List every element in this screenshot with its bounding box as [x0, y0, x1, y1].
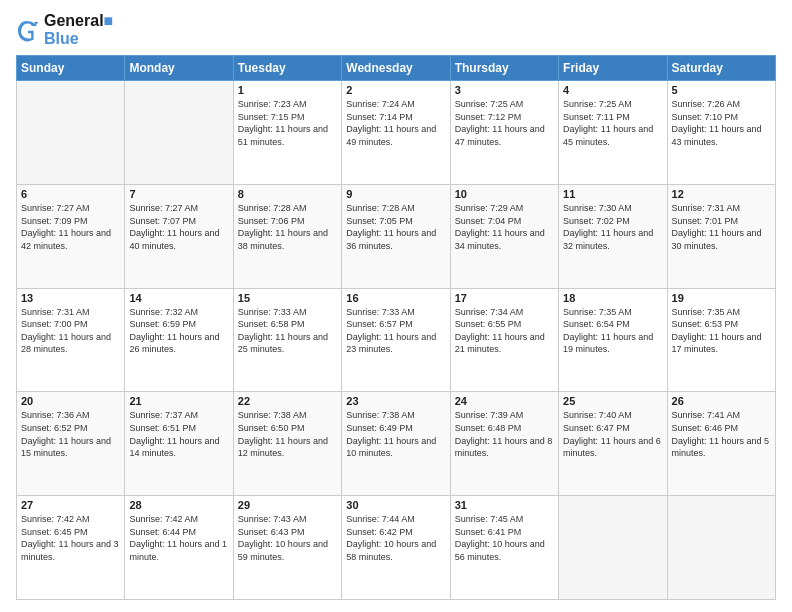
day-info: Sunrise: 7:25 AM Sunset: 7:12 PM Dayligh… [455, 98, 554, 148]
logo: General■ Blue [16, 12, 113, 47]
day-info: Sunrise: 7:32 AM Sunset: 6:59 PM Dayligh… [129, 306, 228, 356]
day-info: Sunrise: 7:43 AM Sunset: 6:43 PM Dayligh… [238, 513, 337, 563]
weekday-header-tuesday: Tuesday [233, 56, 341, 81]
calendar-body: 1Sunrise: 7:23 AM Sunset: 7:15 PM Daylig… [17, 81, 776, 600]
calendar-cell: 30Sunrise: 7:44 AM Sunset: 6:42 PM Dayli… [342, 496, 450, 600]
day-number: 1 [238, 84, 337, 96]
day-info: Sunrise: 7:38 AM Sunset: 6:50 PM Dayligh… [238, 409, 337, 459]
week-row-4: 27Sunrise: 7:42 AM Sunset: 6:45 PM Dayli… [17, 496, 776, 600]
calendar-cell: 15Sunrise: 7:33 AM Sunset: 6:58 PM Dayli… [233, 288, 341, 392]
day-number: 29 [238, 499, 337, 511]
day-number: 24 [455, 395, 554, 407]
day-number: 7 [129, 188, 228, 200]
day-number: 26 [672, 395, 771, 407]
calendar-cell: 25Sunrise: 7:40 AM Sunset: 6:47 PM Dayli… [559, 392, 667, 496]
day-number: 19 [672, 292, 771, 304]
calendar-cell: 28Sunrise: 7:42 AM Sunset: 6:44 PM Dayli… [125, 496, 233, 600]
day-info: Sunrise: 7:24 AM Sunset: 7:14 PM Dayligh… [346, 98, 445, 148]
calendar-cell [559, 496, 667, 600]
week-row-2: 13Sunrise: 7:31 AM Sunset: 7:00 PM Dayli… [17, 288, 776, 392]
calendar-cell: 18Sunrise: 7:35 AM Sunset: 6:54 PM Dayli… [559, 288, 667, 392]
weekday-header-thursday: Thursday [450, 56, 558, 81]
calendar-cell: 21Sunrise: 7:37 AM Sunset: 6:51 PM Dayli… [125, 392, 233, 496]
calendar-page: General■ Blue SundayMondayTuesdayWednesd… [0, 0, 792, 612]
weekday-header-friday: Friday [559, 56, 667, 81]
day-info: Sunrise: 7:31 AM Sunset: 7:01 PM Dayligh… [672, 202, 771, 252]
day-info: Sunrise: 7:35 AM Sunset: 6:53 PM Dayligh… [672, 306, 771, 356]
weekday-header-sunday: Sunday [17, 56, 125, 81]
day-info: Sunrise: 7:37 AM Sunset: 6:51 PM Dayligh… [129, 409, 228, 459]
day-info: Sunrise: 7:40 AM Sunset: 6:47 PM Dayligh… [563, 409, 662, 459]
day-number: 25 [563, 395, 662, 407]
day-info: Sunrise: 7:33 AM Sunset: 6:58 PM Dayligh… [238, 306, 337, 356]
weekday-header-monday: Monday [125, 56, 233, 81]
day-number: 4 [563, 84, 662, 96]
day-info: Sunrise: 7:42 AM Sunset: 6:45 PM Dayligh… [21, 513, 120, 563]
calendar-cell: 9Sunrise: 7:28 AM Sunset: 7:05 PM Daylig… [342, 184, 450, 288]
calendar-cell: 23Sunrise: 7:38 AM Sunset: 6:49 PM Dayli… [342, 392, 450, 496]
day-info: Sunrise: 7:35 AM Sunset: 6:54 PM Dayligh… [563, 306, 662, 356]
day-info: Sunrise: 7:38 AM Sunset: 6:49 PM Dayligh… [346, 409, 445, 459]
calendar-cell: 1Sunrise: 7:23 AM Sunset: 7:15 PM Daylig… [233, 81, 341, 185]
calendar-cell: 17Sunrise: 7:34 AM Sunset: 6:55 PM Dayli… [450, 288, 558, 392]
day-number: 15 [238, 292, 337, 304]
calendar-cell: 22Sunrise: 7:38 AM Sunset: 6:50 PM Dayli… [233, 392, 341, 496]
day-number: 28 [129, 499, 228, 511]
day-info: Sunrise: 7:26 AM Sunset: 7:10 PM Dayligh… [672, 98, 771, 148]
calendar-cell: 8Sunrise: 7:28 AM Sunset: 7:06 PM Daylig… [233, 184, 341, 288]
day-info: Sunrise: 7:42 AM Sunset: 6:44 PM Dayligh… [129, 513, 228, 563]
day-info: Sunrise: 7:36 AM Sunset: 6:52 PM Dayligh… [21, 409, 120, 459]
day-info: Sunrise: 7:28 AM Sunset: 7:05 PM Dayligh… [346, 202, 445, 252]
day-number: 3 [455, 84, 554, 96]
day-number: 17 [455, 292, 554, 304]
day-number: 23 [346, 395, 445, 407]
calendar-cell: 6Sunrise: 7:27 AM Sunset: 7:09 PM Daylig… [17, 184, 125, 288]
calendar-cell: 13Sunrise: 7:31 AM Sunset: 7:00 PM Dayli… [17, 288, 125, 392]
calendar-cell: 19Sunrise: 7:35 AM Sunset: 6:53 PM Dayli… [667, 288, 775, 392]
day-number: 14 [129, 292, 228, 304]
day-number: 12 [672, 188, 771, 200]
day-number: 31 [455, 499, 554, 511]
week-row-1: 6Sunrise: 7:27 AM Sunset: 7:09 PM Daylig… [17, 184, 776, 288]
weekday-header-saturday: Saturday [667, 56, 775, 81]
day-info: Sunrise: 7:30 AM Sunset: 7:02 PM Dayligh… [563, 202, 662, 252]
calendar-cell: 24Sunrise: 7:39 AM Sunset: 6:48 PM Dayli… [450, 392, 558, 496]
day-number: 13 [21, 292, 120, 304]
day-info: Sunrise: 7:45 AM Sunset: 6:41 PM Dayligh… [455, 513, 554, 563]
day-number: 18 [563, 292, 662, 304]
calendar-cell: 5Sunrise: 7:26 AM Sunset: 7:10 PM Daylig… [667, 81, 775, 185]
calendar-cell: 4Sunrise: 7:25 AM Sunset: 7:11 PM Daylig… [559, 81, 667, 185]
calendar-cell: 11Sunrise: 7:30 AM Sunset: 7:02 PM Dayli… [559, 184, 667, 288]
day-number: 27 [21, 499, 120, 511]
day-info: Sunrise: 7:39 AM Sunset: 6:48 PM Dayligh… [455, 409, 554, 459]
calendar-cell [667, 496, 775, 600]
day-info: Sunrise: 7:34 AM Sunset: 6:55 PM Dayligh… [455, 306, 554, 356]
calendar-cell: 3Sunrise: 7:25 AM Sunset: 7:12 PM Daylig… [450, 81, 558, 185]
day-info: Sunrise: 7:27 AM Sunset: 7:07 PM Dayligh… [129, 202, 228, 252]
day-number: 20 [21, 395, 120, 407]
day-info: Sunrise: 7:28 AM Sunset: 7:06 PM Dayligh… [238, 202, 337, 252]
weekday-header-wednesday: Wednesday [342, 56, 450, 81]
day-number: 9 [346, 188, 445, 200]
day-info: Sunrise: 7:25 AM Sunset: 7:11 PM Dayligh… [563, 98, 662, 148]
week-row-3: 20Sunrise: 7:36 AM Sunset: 6:52 PM Dayli… [17, 392, 776, 496]
calendar-cell: 29Sunrise: 7:43 AM Sunset: 6:43 PM Dayli… [233, 496, 341, 600]
day-number: 11 [563, 188, 662, 200]
calendar-cell: 16Sunrise: 7:33 AM Sunset: 6:57 PM Dayli… [342, 288, 450, 392]
calendar-cell: 7Sunrise: 7:27 AM Sunset: 7:07 PM Daylig… [125, 184, 233, 288]
day-number: 10 [455, 188, 554, 200]
calendar-table: SundayMondayTuesdayWednesdayThursdayFrid… [16, 55, 776, 600]
day-number: 21 [129, 395, 228, 407]
day-number: 2 [346, 84, 445, 96]
week-row-0: 1Sunrise: 7:23 AM Sunset: 7:15 PM Daylig… [17, 81, 776, 185]
calendar-cell [17, 81, 125, 185]
logo-text: General■ Blue [44, 12, 113, 47]
logo-icon [16, 18, 40, 42]
day-number: 5 [672, 84, 771, 96]
day-info: Sunrise: 7:27 AM Sunset: 7:09 PM Dayligh… [21, 202, 120, 252]
calendar-cell: 2Sunrise: 7:24 AM Sunset: 7:14 PM Daylig… [342, 81, 450, 185]
day-info: Sunrise: 7:23 AM Sunset: 7:15 PM Dayligh… [238, 98, 337, 148]
weekday-header-row: SundayMondayTuesdayWednesdayThursdayFrid… [17, 56, 776, 81]
calendar-cell: 12Sunrise: 7:31 AM Sunset: 7:01 PM Dayli… [667, 184, 775, 288]
day-info: Sunrise: 7:41 AM Sunset: 6:46 PM Dayligh… [672, 409, 771, 459]
